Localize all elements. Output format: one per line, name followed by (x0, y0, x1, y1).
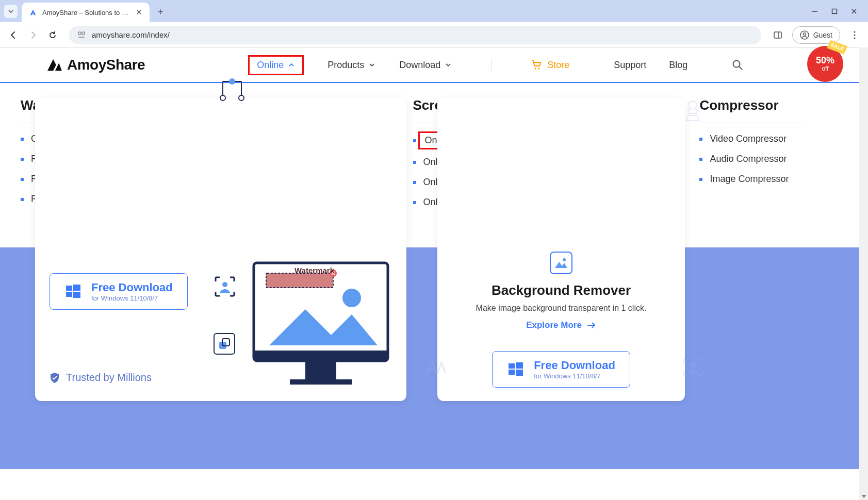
menu-item[interactable]: Audio Compressor (699, 154, 803, 164)
person-icon (800, 30, 809, 40)
site-header: AmoyShare Online Products Download Store… (0, 48, 868, 83)
scroll-down-icon[interactable] (861, 495, 866, 498)
reload-button[interactable] (44, 27, 61, 43)
svg-point-8 (803, 32, 806, 35)
svg-line-15 (739, 66, 742, 70)
download-title: Free Download (91, 281, 173, 294)
svg-rect-16 (66, 286, 72, 291)
amoyshare-favicon-icon (29, 8, 37, 16)
browser-tab[interactable]: AmoyShare – Solutions to Edit. ✕ (22, 3, 150, 22)
side-panel-button[interactable] (769, 27, 786, 43)
browser-menu-button[interactable] (846, 27, 863, 43)
nav-blog[interactable]: Blog (669, 60, 687, 71)
browser-toolbar: amoyshare.com/index/ Guest (0, 22, 868, 48)
browser-tabstrip: AmoyShare – Solutions to Edit. ✕ ＋ (0, 0, 868, 22)
main-nav: Online Products Download Store Support B… (248, 55, 743, 75)
bullet-icon (21, 158, 24, 161)
sale-percent: 50% (816, 56, 834, 65)
sale-badge[interactable]: SALE 50% off (807, 46, 843, 82)
svg-rect-5 (774, 32, 781, 38)
svg-point-26 (342, 289, 361, 307)
svg-point-34 (229, 78, 235, 85)
nav-products[interactable]: Products (327, 60, 375, 71)
new-tab-button[interactable]: ＋ (156, 5, 165, 18)
svg-rect-18 (66, 292, 72, 297)
svg-point-12 (535, 68, 536, 69)
back-button[interactable] (5, 27, 22, 43)
shield-icon (50, 372, 60, 384)
svg-point-11 (854, 37, 855, 39)
chevron-down-icon (368, 61, 375, 69)
windows-icon (507, 361, 525, 378)
free-download-button[interactable]: Free Download for Windows 11/10/8/7 (492, 351, 630, 388)
svg-rect-38 (516, 362, 523, 369)
chevron-up-icon (288, 61, 295, 69)
svg-point-9 (854, 31, 855, 32)
cart-icon (531, 60, 542, 70)
forward-button[interactable] (25, 27, 41, 43)
svg-point-10 (854, 34, 855, 36)
svg-rect-17 (73, 285, 80, 291)
nav-divider (491, 59, 492, 71)
svg-rect-21 (254, 351, 388, 361)
person-frame-icon (214, 275, 236, 298)
nav-online[interactable]: Online (257, 60, 295, 71)
bullet-icon (21, 178, 24, 181)
menu-item-label: Image Compressor (710, 174, 789, 185)
watermark-label: Watermark (294, 266, 334, 275)
sale-off: off (822, 65, 828, 72)
nav-support-label: Support (614, 60, 646, 71)
vertical-scrollbar[interactable] (859, 47, 868, 500)
svg-point-13 (538, 68, 540, 69)
nav-store[interactable]: Store (531, 60, 569, 71)
nodes-icon (219, 78, 248, 102)
svg-rect-2 (78, 32, 81, 35)
nav-support[interactable]: Support (614, 60, 646, 71)
aa-deco-icon (425, 358, 446, 375)
svg-rect-24 (266, 273, 333, 288)
brand-logo[interactable]: AmoyShare (46, 57, 145, 73)
free-download-button[interactable]: Free Download for Windows 11/10/8/7 (50, 273, 188, 310)
nav-products-label: Products (327, 60, 364, 71)
svg-point-14 (733, 61, 740, 68)
bullet-icon (699, 158, 702, 161)
close-tab-icon[interactable]: ✕ (136, 8, 142, 17)
bg-title: Background Remover (452, 282, 670, 298)
search-icon[interactable] (732, 59, 743, 71)
svg-rect-39 (509, 370, 515, 375)
url-text: amoyshare.com/index/ (92, 30, 170, 39)
nav-blog-label: Blog (669, 60, 687, 71)
nav-online-label: Online (257, 60, 284, 71)
chess-deco-icon (685, 100, 700, 123)
menu-item[interactable]: Image Compressor (699, 174, 803, 185)
image-icon (550, 252, 572, 274)
windows-icon (64, 283, 82, 301)
address-bar[interactable]: amoyshare.com/index/ (69, 26, 761, 44)
nav-store-label: Store (547, 60, 569, 71)
nav-download[interactable]: Download (399, 60, 452, 71)
download-title: Free Download (534, 359, 615, 372)
annotation-highlight-online: Online (248, 55, 304, 75)
maximize-button[interactable] (825, 2, 844, 21)
bg-sub: Make image background transparent in 1 c… (452, 304, 670, 313)
download-sub: for Windows 11/10/8/7 (534, 372, 615, 380)
person-swap-deco-icon (682, 357, 705, 377)
menu-item[interactable]: Video Compressor (699, 134, 803, 144)
close-window-button[interactable] (844, 2, 864, 21)
tab-title: AmoyShare – Solutions to Edit. (42, 9, 130, 16)
explore-more-link[interactable]: Explore More (526, 320, 596, 330)
chevron-down-icon (445, 61, 452, 69)
svg-point-33 (220, 95, 225, 101)
monitor-illustration-icon (249, 258, 403, 392)
tab-search-button[interactable] (4, 5, 18, 18)
bullet-icon (413, 161, 416, 164)
site-info-icon[interactable] (76, 30, 87, 40)
bullet-icon (413, 139, 416, 142)
svg-rect-22 (305, 361, 336, 379)
brand-name: AmoyShare (67, 57, 145, 73)
col-title: Compressor (699, 97, 803, 123)
svg-point-29 (222, 282, 227, 287)
hero-section: Free Download for Windows 11/10/8/7 Trus… (0, 247, 868, 469)
svg-rect-19 (73, 292, 80, 298)
minimize-button[interactable] (805, 2, 825, 21)
